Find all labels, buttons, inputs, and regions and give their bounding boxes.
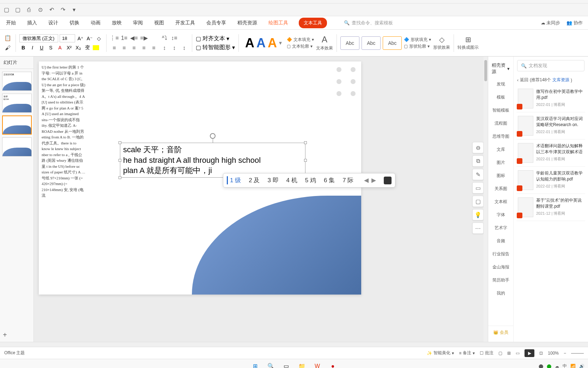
spacing-2-icon[interactable]: ↕: [170, 44, 178, 52]
float-layout-icon[interactable]: ▭: [472, 182, 484, 194]
menu-review[interactable]: 审阅: [132, 18, 144, 28]
taskview-icon[interactable]: ▭: [281, 361, 291, 368]
increase-indent-icon[interactable]: ≡▶: [140, 34, 148, 42]
rp-nav-mine[interactable]: 我的: [488, 287, 513, 300]
ime-cand-1[interactable]: 1 级: [227, 176, 241, 184]
phonetic-button[interactable]: 变: [84, 44, 91, 52]
float-idea-icon[interactable]: 💡: [472, 209, 484, 220]
text-outline-button[interactable]: ▢ 文本轮廓 ▾: [287, 43, 314, 49]
menu-insert[interactable]: 插入: [26, 18, 38, 28]
add-slide-button[interactable]: +: [0, 328, 34, 342]
resize-handle-bl[interactable]: [119, 176, 121, 179]
text-effect-button[interactable]: A 文本效果: [316, 35, 333, 51]
align-text-button[interactable]: ▢ 对齐文本 ▾: [196, 35, 235, 42]
underline-button[interactable]: U: [38, 44, 46, 52]
more-qa-icon[interactable]: ▾: [71, 6, 78, 13]
rp-nav-flowchart[interactable]: 流程图: [488, 117, 513, 130]
shape-style-3[interactable]: Abc: [383, 36, 402, 50]
undo-icon[interactable]: ↶: [48, 6, 55, 13]
ime-cand-2[interactable]: 2 及: [249, 176, 260, 184]
align-justify-icon[interactable]: ≡: [140, 44, 148, 52]
tray-ime-lang[interactable]: 中: [563, 363, 567, 368]
slide-thumbnails[interactable]: 汉双语词典 目录02 04: [0, 69, 34, 328]
rp-result-list[interactable]: 微写作在初中英语教学中用.pdf2022-01 | 博看网 英汉双语学习词典对应…: [514, 85, 588, 342]
new-doc-icon[interactable]: ▢: [3, 6, 10, 13]
save-icon[interactable]: ▢: [14, 6, 21, 13]
menu-animation[interactable]: 动画: [90, 18, 101, 28]
align-center-icon[interactable]: ≡: [120, 44, 128, 52]
smart-graphic-button[interactable]: ▢ 转智能图形 ▾: [196, 44, 235, 51]
resize-handle-r[interactable]: [304, 159, 307, 162]
text-style-gallery[interactable]: A A A ▾: [242, 36, 285, 51]
ime-prev-icon[interactable]: ◀: [364, 177, 369, 184]
float-layers-icon[interactable]: ⧉: [472, 155, 484, 167]
zoom-slider[interactable]: ———: [571, 351, 584, 356]
editing-text-box[interactable]: scale 天平；音阶 he had straight A all throug…: [120, 143, 305, 178]
ime-cand-6[interactable]: 6 集: [324, 176, 335, 184]
distribute-icon[interactable]: ≡: [150, 44, 158, 52]
rp-nav-smart-template[interactable]: 智能模板: [488, 104, 513, 117]
decrease-font-icon[interactable]: A⁻: [86, 35, 93, 42]
shape-style-gallery[interactable]: Abc Abc Abc: [340, 36, 402, 50]
clear-format-icon[interactable]: ◇: [95, 35, 103, 42]
rp-nav-font[interactable]: 字体: [488, 208, 513, 221]
menu-start[interactable]: 开始: [5, 18, 17, 28]
slide-thumb-1[interactable]: 汉双语词典: [2, 72, 32, 91]
explorer-icon[interactable]: 📁: [297, 361, 307, 368]
rp-nav-report[interactable]: 行业报告: [488, 248, 513, 261]
shape-fill-button[interactable]: 🔷 形状填充 ▾: [404, 37, 431, 43]
canvas-area[interactable]: U] the first letter 的第 1 个字母: 一词以字母 a 开 …: [34, 57, 488, 342]
shape-style-2[interactable]: Abc: [362, 36, 381, 50]
rp-nav-textbox[interactable]: 文本框: [488, 195, 513, 208]
highlight-button[interactable]: [93, 45, 99, 50]
ime-cand-5[interactable]: 5 鸡: [305, 176, 316, 184]
style-a-blue[interactable]: A: [256, 36, 266, 51]
ime-logo-icon[interactable]: [384, 177, 392, 184]
rp-nav-audio[interactable]: 音频: [488, 235, 513, 248]
ime-next-icon[interactable]: ▶: [371, 177, 376, 184]
align-right-icon[interactable]: ≡: [130, 44, 138, 52]
view-sorter-icon[interactable]: ⊞: [507, 351, 511, 356]
align-left-icon[interactable]: ≡: [110, 44, 119, 52]
rp-nav-resume[interactable]: 简历助手: [488, 274, 513, 287]
sync-status[interactable]: ☁ 未同步: [541, 20, 560, 26]
search-icon[interactable]: 🔍: [266, 361, 276, 368]
float-more-icon[interactable]: ⋯: [472, 222, 484, 234]
decrease-indent-icon[interactable]: ◀≡: [130, 34, 138, 42]
style-more-icon[interactable]: ▾: [279, 40, 282, 46]
text-direction-icon[interactable]: ᴬ⤵: [160, 34, 169, 42]
format-painter-icon[interactable]: 🖌: [4, 44, 12, 52]
font-color-button[interactable]: A: [56, 44, 64, 52]
superscript-button[interactable]: X²: [65, 44, 73, 52]
menu-design[interactable]: 设计: [48, 18, 59, 28]
rp-nav-poster[interactable]: 金山海报: [488, 261, 513, 274]
rp-item-2[interactable]: 英汉双语学习词典对应词策略研究Research on.2022-01 | 博看网: [516, 112, 585, 140]
shape-effect-button[interactable]: ◇ 形状效果: [433, 35, 450, 51]
italic-button[interactable]: I: [29, 44, 36, 52]
increase-font-icon[interactable]: A⁺: [77, 35, 84, 42]
rotate-handle[interactable]: [210, 133, 216, 139]
rp-nav-wordart[interactable]: 艺术字: [488, 221, 513, 235]
text-content[interactable]: scale 天平；音阶 he had straight A all throug…: [123, 144, 302, 176]
slide-thumb-4[interactable]: [2, 137, 32, 156]
float-edit-icon[interactable]: ✎: [472, 169, 484, 180]
menu-drawing-tools[interactable]: 绘图工具: [268, 18, 289, 28]
rp-back-link[interactable]: ‹ 返回 (推荐148个文库资源): [514, 75, 588, 85]
tray-icon-1[interactable]: ⬤: [539, 364, 543, 368]
command-search[interactable]: 🔍 查找命令、搜索模板: [344, 20, 393, 26]
spacing-1-icon[interactable]: ↕: [160, 44, 169, 52]
rp-nav-mindmap[interactable]: 思维导图: [488, 130, 513, 143]
zoom-level[interactable]: 100%: [548, 351, 559, 356]
shape-style-1[interactable]: Abc: [340, 36, 359, 50]
subscript-button[interactable]: X₂: [74, 44, 82, 52]
tray-wifi-icon[interactable]: 📶: [570, 364, 576, 368]
shape-outline-button[interactable]: ▢ 形状轮廓 ▾: [404, 43, 431, 49]
rp-item-4[interactable]: 学龄前儿童英汉双语教学认知能力的影响.pdf2022-02 | 博看网: [516, 167, 585, 194]
style-a-orange[interactable]: A: [268, 36, 277, 51]
rp-item-3[interactable]: 术语翻译问题的认知解释以三本牛津英汉双解术语2022-01 | 博看网: [516, 140, 585, 167]
rp-nav-vip[interactable]: 👑 会员: [488, 326, 513, 339]
float-collapse-icon[interactable]: ⊖: [472, 142, 484, 153]
rp-nav-image[interactable]: 图片: [488, 156, 513, 169]
ime-cand-3[interactable]: 3 即: [267, 176, 278, 184]
fit-icon[interactable]: ⊡: [539, 351, 543, 356]
